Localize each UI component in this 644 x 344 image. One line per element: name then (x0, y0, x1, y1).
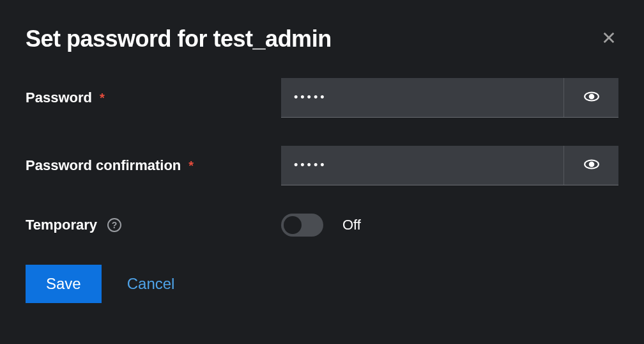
save-button[interactable]: Save (26, 265, 102, 303)
svg-point-5 (589, 162, 594, 167)
eye-icon (583, 88, 600, 107)
cancel-button[interactable]: Cancel (127, 275, 175, 293)
toggle-password-visibility-button[interactable] (564, 78, 618, 117)
toggle-knob (284, 216, 302, 234)
required-indicator: * (100, 91, 105, 106)
password-confirmation-input-wrapper (281, 146, 618, 185)
temporary-label: Temporary ? (26, 217, 281, 233)
close-button[interactable] (599, 27, 618, 51)
toggle-password-confirmation-visibility-button[interactable] (564, 146, 618, 185)
temporary-state-label: Off (342, 217, 361, 233)
password-input-wrapper (281, 78, 618, 118)
password-input[interactable] (281, 78, 564, 117)
password-confirmation-row: Password confirmation * (26, 146, 618, 185)
password-confirmation-input[interactable] (281, 146, 564, 185)
svg-point-3 (589, 95, 594, 99)
password-label: Password * (26, 90, 281, 106)
close-icon (602, 29, 616, 49)
password-confirmation-label: Password confirmation * (26, 157, 281, 174)
temporary-toggle-wrapper: Off (281, 214, 361, 237)
temporary-toggle[interactable] (281, 214, 323, 237)
required-indicator: * (188, 159, 194, 173)
set-password-modal: Set password for test_admin Password * (0, 0, 644, 329)
modal-footer: Save Cancel (26, 265, 618, 303)
help-icon[interactable]: ? (107, 218, 121, 232)
temporary-row: Temporary ? Off (26, 214, 618, 237)
modal-title: Set password for test_admin (26, 26, 332, 52)
modal-header: Set password for test_admin (26, 26, 618, 52)
password-row: Password * (26, 78, 618, 118)
eye-icon (583, 156, 600, 175)
